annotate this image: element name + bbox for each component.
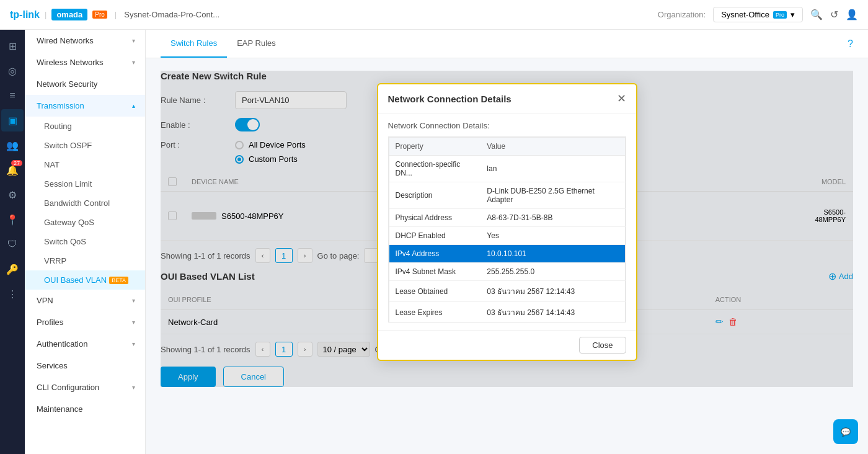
sidebar-item-bandwidth-control[interactable]: Bandwidth Control: [25, 194, 145, 213]
chat-fab[interactable]: 💬: [833, 419, 858, 444]
sidebar-item-session-limit[interactable]: Session Limit: [25, 174, 145, 194]
switch-qos-label: Switch QoS: [44, 237, 86, 246]
maintenance-label: Maintenance: [37, 404, 82, 414]
modal-value-cell: 255.255.255.0: [480, 263, 625, 281]
nat-label: NAT: [44, 160, 60, 169]
page-title: Sysnet-Omada-Pro-Cont...: [124, 10, 219, 19]
pro-badge: Pro: [92, 11, 107, 19]
sidebar-icon-clients[interactable]: 👥: [1, 134, 24, 156]
sidebar-item-vpn[interactable]: VPN ▾: [25, 290, 145, 311]
sidebar-item-oui-based-vlan[interactable]: OUI Based VLAN BETA: [25, 270, 145, 290]
sidebar-item-wired-networks[interactable]: Wired Networks ▾: [25, 30, 145, 51]
sidebar-item-cli-configuration[interactable]: CLI Configuration ▾: [25, 376, 145, 398]
transmission-label: Transmission: [37, 101, 84, 110]
sidebar-item-routing[interactable]: Routing: [25, 117, 145, 136]
tplink-logo: tp-link: [10, 9, 40, 20]
sidebar-nav-items: Wired Networks ▾ Wireless Networks ▾ Net…: [25, 30, 145, 454]
modal-header: Network Connection Details ✕: [378, 84, 636, 114]
sidebar-icon-settings[interactable]: ⚙: [1, 184, 24, 206]
topbar: tp-link | omada Pro | Sysnet-Omada-Pro-C…: [0, 0, 868, 30]
sidebar-item-network-security[interactable]: Network Security: [25, 73, 145, 95]
modal-content: Network Connection Details: Property Val…: [378, 114, 636, 330]
modal-property-cell: IPv4 Address: [389, 245, 480, 263]
sidebar-item-vrrp[interactable]: VRRP: [25, 251, 145, 270]
sidebar-item-profiles[interactable]: Profiles ▾: [25, 311, 145, 333]
modal-property-cell: Connection-specific DN...: [389, 156, 480, 182]
session-limit-label: Session Limit: [44, 179, 92, 189]
modal-property-cell: Description: [389, 182, 480, 209]
chevron-icon: ▾: [132, 384, 135, 391]
sidebar-icon-key[interactable]: 🔑: [1, 258, 24, 280]
sidebar-item-transmission[interactable]: Transmission ▴: [25, 95, 145, 117]
sidebar-icon-grid[interactable]: ⊞: [1, 35, 24, 57]
beta-badge: BETA: [109, 277, 128, 284]
tab-eap-rules[interactable]: EAP Rules: [227, 30, 286, 58]
chevron-icon: ▾: [132, 340, 135, 347]
modal-details-table: Property Value Connection-specific DN...…: [389, 137, 626, 323]
modal-value-cell: D-Link DUB-E250 2.5G Ethernet Adapter: [480, 182, 625, 209]
sidebar-item-maintenance[interactable]: Maintenance: [25, 398, 145, 420]
modal-title: Network Connection Details: [388, 94, 512, 104]
sidebar-icon-bar: ⊞ ◎ ≡ ▣ 👥 🔔 27 ⚙ 📍 🛡 🔑 ⋮: [0, 30, 25, 454]
modal-col-property: Property: [389, 138, 480, 156]
help-icon[interactable]: ?: [848, 38, 853, 50]
sidebar-icon-devices[interactable]: ▣: [1, 109, 24, 131]
sidebar-icon-alerts[interactable]: 🔔 27: [1, 159, 24, 181]
modal-value-cell: 03 ธันวาคม 2567 12:14:43: [480, 281, 625, 302]
modal-value-cell: 10.0.10.101: [480, 245, 625, 263]
sidebar-icon-location[interactable]: 📍: [1, 208, 24, 231]
sidebar-icon-more[interactable]: ⋮: [1, 283, 24, 305]
modal-value-cell: Yes: [480, 227, 625, 245]
content-tabs: Switch Rules EAP Rules ?: [146, 30, 868, 58]
chevron-icon: ▾: [132, 37, 135, 44]
chevron-icon: ▾: [132, 59, 135, 66]
bandwidth-control-label: Bandwidth Control: [44, 198, 110, 208]
sidebar-icon-stats[interactable]: ≡: [1, 84, 24, 107]
modal-subtitle: Network Connection Details:: [388, 121, 626, 130]
chevron-icon: ▴: [132, 102, 135, 109]
modal-property-cell: IPv4 Subnet Mask: [389, 263, 480, 281]
chevron-down-icon: ▾: [790, 10, 795, 19]
sidebar-item-nat[interactable]: NAT: [25, 155, 145, 174]
switch-ospf-label: Switch OSPF: [44, 141, 92, 150]
modal-property-cell: Lease Obtained: [389, 281, 480, 302]
modal-property-cell: DHCP Enabled: [389, 227, 480, 245]
org-pro-badge: Pro: [773, 11, 787, 19]
profiles-label: Profiles: [37, 318, 63, 327]
oui-based-vlan-label: OUI Based VLAN: [44, 275, 107, 285]
sidebar-icon-security[interactable]: 🛡: [1, 233, 24, 256]
modal-close-button[interactable]: Close: [579, 337, 626, 354]
sidebar-item-gateway-qos[interactable]: Gateway QoS: [25, 213, 145, 232]
refresh-icon[interactable]: ↺: [830, 9, 838, 20]
logo-area: tp-link | omada Pro: [10, 9, 107, 20]
modal-value-cell: lan: [480, 156, 625, 182]
user-icon[interactable]: 👤: [846, 9, 858, 20]
sidebar-item-switch-qos[interactable]: Switch QoS: [25, 232, 145, 251]
sidebar-item-wireless-networks[interactable]: Wireless Networks ▾: [25, 51, 145, 73]
main-layout: ⊞ ◎ ≡ ▣ 👥 🔔 27 ⚙ 📍 🛡 🔑 ⋮ Wired Networks …: [0, 30, 868, 454]
sidebar-icon-network[interactable]: ◎: [1, 60, 24, 82]
sidebar-item-switch-ospf[interactable]: Switch OSPF: [25, 136, 145, 155]
sidebar-nav: Wired Networks ▾ Wireless Networks ▾ Net…: [25, 30, 146, 454]
modal-footer: Close: [378, 330, 636, 360]
content-body: Create New Switch Rule Rule Name : Enabl…: [146, 58, 868, 454]
authentication-label: Authentication: [37, 339, 87, 349]
omada-logo: omada: [51, 9, 87, 20]
modal-property-cell: Physical Address: [389, 209, 480, 227]
org-selector[interactable]: Sysnet-Office Pro ▾: [713, 7, 803, 22]
modal-close-x[interactable]: ✕: [617, 92, 626, 105]
search-icon[interactable]: 🔍: [810, 9, 823, 20]
org-name-text: Sysnet-Office: [721, 10, 769, 19]
sidebar-item-services[interactable]: Services: [25, 355, 145, 376]
content-area: Switch Rules EAP Rules ? Create New Swit…: [146, 30, 868, 454]
cli-configuration-label: CLI Configuration: [37, 383, 99, 392]
wireless-networks-label: Wireless Networks: [37, 58, 104, 67]
chevron-icon: ▾: [132, 297, 135, 304]
content-wrapper: Create New Switch Rule Rule Name : Enabl…: [161, 71, 853, 387]
modal-value-cell: 03 ธันวาคม 2567 14:14:43: [480, 302, 625, 323]
network-connection-details-modal: Network Connection Details ✕ Network Con…: [377, 83, 637, 361]
alerts-badge: 27: [11, 160, 22, 166]
tab-switch-rules[interactable]: Switch Rules: [161, 30, 227, 58]
sidebar-item-authentication[interactable]: Authentication ▾: [25, 333, 145, 355]
topbar-right: Organization: Sysnet-Office Pro ▾ 🔍 ↺ 👤: [658, 7, 858, 22]
